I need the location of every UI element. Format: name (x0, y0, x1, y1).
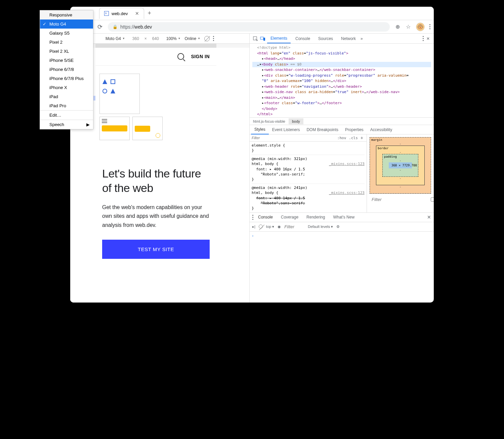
browser-tab[interactable]: web.dev ✕ (99, 8, 144, 19)
device-select[interactable]: Moto G4 ▼ (106, 36, 125, 41)
device-speech[interactable]: Speech▶ (70, 120, 93, 129)
drawer-tab[interactable]: Console (255, 213, 276, 221)
console-toolbar: ▸| top ▾ ◉ Default levels ▾ ⚙ (250, 222, 434, 232)
styles-filter-input[interactable] (252, 136, 336, 140)
width-input[interactable] (129, 36, 142, 41)
devtools-menu-button[interactable] (423, 36, 424, 41)
console-prompt: › (252, 234, 254, 238)
tab-network[interactable]: Network (338, 34, 359, 43)
dom-node[interactable]: <html lang="en" class="js-focus-visible"… (252, 51, 431, 56)
device-option[interactable]: Moto G4 (70, 19, 93, 29)
styles-tab[interactable]: Styles (251, 125, 269, 134)
close-devtools-button[interactable]: ✕ (425, 36, 431, 42)
device-edit[interactable]: Edit… (70, 111, 93, 120)
device-option[interactable]: iPhone 6/7/8 Plus (70, 74, 93, 83)
device-option[interactable]: iPhone 6/7/8 (70, 65, 93, 74)
card-illustration (99, 117, 130, 140)
close-tab-button[interactable]: ✕ (135, 11, 139, 16)
reload-button[interactable]: ⟳ (96, 24, 103, 30)
card-illustration (99, 74, 140, 114)
styles-tabs: Styles Event Listeners DOM Breakpoints P… (250, 125, 434, 134)
styles-tab[interactable]: DOM Breakpoints (303, 125, 342, 134)
dom-node[interactable]: ▸<web-side-nav class aria-hidden="true" … (252, 89, 431, 95)
cta-button[interactable]: TEST MY SITE (102, 240, 210, 259)
device-menu-button[interactable] (213, 36, 214, 41)
cls-toggle[interactable]: .cls (347, 136, 359, 140)
network-select[interactable]: Online ▼ (184, 36, 200, 41)
device-option[interactable]: iPad (70, 92, 93, 101)
tab-console[interactable]: Console (292, 34, 313, 43)
gear-icon[interactable]: ⚙ (336, 225, 340, 229)
source-link[interactable]: _mixins.scss:123 (329, 161, 365, 166)
device-option[interactable]: iPad Pro (70, 101, 93, 110)
viewport: SIGN IN (70, 48, 249, 303)
triangle-icon (102, 79, 107, 84)
device-toggle-icon[interactable] (260, 36, 266, 42)
dom-node[interactable]: ▸<web-header role="navigation">…</web-he… (252, 84, 431, 90)
computed-filter-input[interactable] (372, 197, 429, 202)
styles-tab[interactable]: Accessibility (367, 125, 395, 134)
zoom-select[interactable]: 100% ▼ (166, 36, 181, 41)
dom-node[interactable]: ▸<div class="w-loading-progress" role="p… (252, 73, 431, 79)
breadcrumb-item[interactable]: body (289, 118, 303, 124)
console-body[interactable]: › (250, 232, 434, 240)
styles-tab[interactable]: Event Listeners (269, 125, 303, 134)
height-input[interactable] (149, 36, 162, 41)
rule-line: @media (min-width: 321px) (252, 157, 307, 161)
dim-sep: × (144, 36, 147, 41)
computed-filter: Show all (370, 194, 431, 205)
more-tabs-icon[interactable]: » (361, 36, 363, 41)
console-sidebar-icon[interactable]: ▸| (252, 225, 255, 229)
styles-tab[interactable]: Properties (342, 125, 367, 134)
tab-elements[interactable]: Elements (267, 34, 291, 43)
eye-icon[interactable]: ◉ (278, 225, 281, 229)
url-field[interactable]: 🔒 https://web.dev (108, 22, 390, 32)
device-option[interactable]: iPhone 5/SE (70, 56, 93, 65)
dom-node-selected[interactable]: …▾<body class> == $0 (252, 62, 431, 68)
dom-node[interactable]: ▸<web-snackbar-container>…</web-snackbar… (252, 67, 431, 73)
log-levels-select[interactable]: Default levels ▾ (308, 225, 333, 229)
close-drawer-button[interactable]: ✕ (427, 214, 431, 220)
dom-node[interactable]: ▸<footer class="w-footer">…</footer> (252, 101, 431, 106)
box-model[interactable]: margin- border- padding- 360 × 7729.700 … (370, 137, 431, 194)
new-tab-button[interactable]: + (148, 10, 151, 17)
dom-tree[interactable]: <!doctype html> <html lang="en" class="j… (250, 44, 434, 118)
device-option[interactable]: iPhone X (70, 83, 93, 92)
breadcrumb-item[interactable]: html.js-focus-visible (250, 118, 289, 124)
install-icon[interactable]: ⊕ (394, 24, 401, 30)
simulated-page: SIGN IN (95, 48, 216, 272)
tab-sources[interactable]: Sources (315, 34, 336, 43)
browser-menu-button[interactable] (429, 24, 430, 29)
svg-rect-2 (263, 38, 265, 41)
inspect-icon[interactable] (252, 36, 258, 42)
dom-node[interactable]: </html> (252, 112, 431, 117)
favicon-icon (104, 11, 109, 16)
device-option[interactable]: Pixel 2 XL (70, 47, 93, 56)
context-select[interactable]: top ▾ (266, 225, 274, 229)
show-all-checkbox[interactable] (431, 197, 434, 202)
device-option-responsive[interactable]: Responsive (70, 10, 93, 19)
style-rules[interactable]: element.style { } @media (min-width: 321… (250, 142, 367, 212)
profile-avatar[interactable]: 🐵 (416, 23, 425, 31)
rotate-icon[interactable] (204, 36, 210, 41)
rule-line: font: ▸ 400 16px / 1.5 (256, 167, 305, 171)
device-option[interactable]: Pixel 2 (70, 38, 93, 47)
dom-node[interactable]: "0" aria-valuemax="100" hidden>…</div> (252, 78, 431, 84)
drawer-menu-button[interactable] (252, 215, 253, 220)
new-rule-button[interactable]: + (359, 135, 365, 141)
source-link[interactable]: _mixins.scss:123 (329, 190, 365, 195)
breadcrumb: html.js-focus-visible body (250, 118, 434, 125)
bookmark-icon[interactable]: ☆ (405, 24, 411, 30)
hov-toggle[interactable]: :hov (336, 136, 348, 140)
dom-node[interactable]: ▸<main>…</main> (252, 95, 431, 101)
device-option[interactable]: Galaxy S5 (70, 29, 93, 38)
search-icon[interactable] (177, 53, 184, 60)
clear-console-icon[interactable] (259, 225, 263, 229)
drawer-tab[interactable]: Coverage (278, 213, 302, 221)
dom-node[interactable]: </body> (252, 106, 431, 112)
console-filter-input[interactable] (284, 224, 304, 229)
drawer-tab[interactable]: What's New (330, 213, 358, 221)
drawer-tab[interactable]: Rendering (303, 213, 328, 221)
sign-in-button[interactable]: SIGN IN (191, 54, 210, 59)
dom-node[interactable]: ▸<head>…</head> (252, 56, 431, 62)
